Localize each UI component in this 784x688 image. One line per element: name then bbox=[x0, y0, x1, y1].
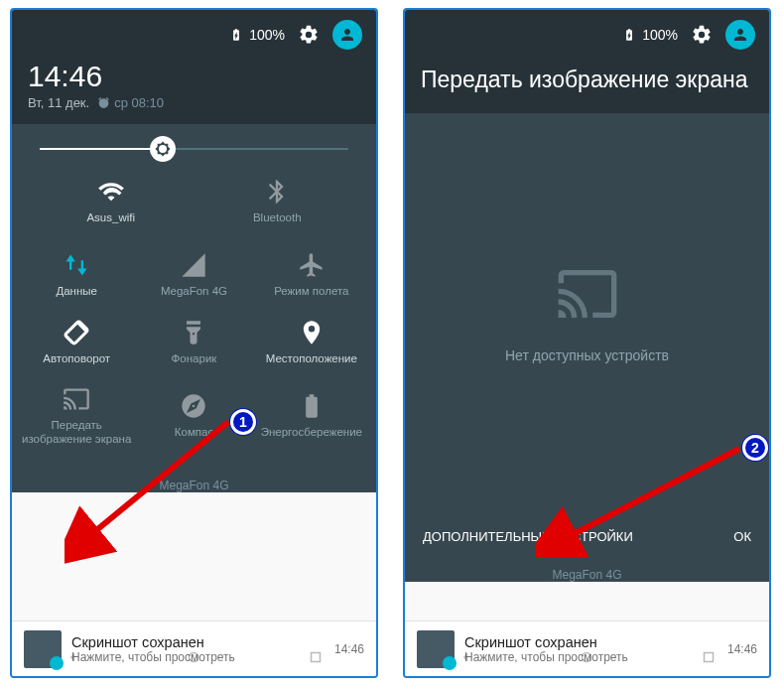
rotate-icon bbox=[63, 319, 90, 346]
tile-label: Компас bbox=[175, 426, 213, 440]
tile-label: Местоположение bbox=[266, 352, 357, 366]
screenshot-2: 100% Передать изображение экрана Нет дос… bbox=[403, 8, 771, 678]
tile-label: Bluetooth bbox=[253, 211, 302, 225]
cast-empty-text: Нет доступных устройств bbox=[505, 347, 669, 363]
tile-airplane[interactable]: Режим полета bbox=[253, 241, 370, 309]
cast-large-icon bbox=[556, 262, 619, 326]
more-settings-button[interactable]: ДОПОЛНИТЕЛЬНЫЕ НАСТРОЙКИ bbox=[423, 529, 633, 544]
brightness-thumb[interactable] bbox=[150, 136, 176, 162]
tile-battery-saver[interactable]: Энергосбережение bbox=[253, 375, 370, 457]
cast-title: Передать изображение экрана bbox=[421, 66, 753, 95]
notif-subtitle: Нажмите, чтобы просмотреть bbox=[71, 650, 325, 664]
status-bar: 100% bbox=[405, 10, 769, 56]
notif-title: Скриншот сохранен bbox=[71, 634, 325, 650]
airplane-icon bbox=[298, 251, 326, 279]
notif-subtitle: Нажмите, чтобы просмотреть bbox=[464, 650, 718, 664]
tile-label: Режим полета bbox=[274, 285, 348, 299]
bluetooth-icon bbox=[263, 178, 291, 206]
notif-time: 14:46 bbox=[727, 642, 757, 656]
flashlight-icon bbox=[180, 319, 207, 346]
tile-rotate[interactable]: Автоповорот bbox=[18, 309, 135, 376]
tile-flashlight[interactable]: Фонарик bbox=[135, 309, 252, 376]
notif-thumbnail bbox=[417, 630, 455, 668]
tile-label: Энергосбережение bbox=[261, 426, 362, 440]
annotation-bubble-2: 2 bbox=[742, 435, 768, 461]
tile-signal[interactable]: MegaFon 4G bbox=[135, 241, 252, 309]
cast-icon bbox=[63, 385, 90, 413]
tile-label: Передать изображение экрана bbox=[20, 419, 133, 447]
tile-label: MegaFon 4G bbox=[161, 285, 227, 299]
brightness-slider[interactable] bbox=[12, 124, 376, 162]
tile-wifi[interactable]: Asus_wifi bbox=[28, 168, 195, 235]
screenshot-1: 100% 14:46 Вт, 11 дек. ср 08:10 bbox=[10, 8, 378, 678]
battery-status: 100% bbox=[229, 27, 285, 43]
battery-percent: 100% bbox=[642, 27, 678, 43]
brightness-icon bbox=[155, 141, 171, 157]
tile-data[interactable]: Данные bbox=[18, 241, 135, 309]
notification-card[interactable]: Скриншот сохранен Нажмите, чтобы просмот… bbox=[12, 620, 376, 676]
notification-card[interactable]: Скриншот сохранен Нажмите, чтобы просмот… bbox=[405, 620, 769, 676]
alarm-icon bbox=[97, 96, 110, 109]
tile-cast[interactable]: Передать изображение экрана bbox=[18, 375, 135, 457]
tile-label: Asus_wifi bbox=[86, 211, 135, 225]
settings-icon[interactable] bbox=[298, 24, 320, 46]
user-avatar[interactable] bbox=[332, 20, 362, 50]
wifi-icon bbox=[97, 178, 125, 206]
battery-saver-icon bbox=[298, 392, 326, 420]
annotation-bubble-1: 1 bbox=[230, 409, 256, 435]
clock-time[interactable]: 14:46 bbox=[28, 60, 360, 93]
notif-title: Скриншот сохранен bbox=[464, 634, 718, 650]
carrier-label: MegaFon 4G bbox=[405, 562, 769, 582]
tile-label: Автоповорот bbox=[43, 352, 110, 366]
user-avatar[interactable] bbox=[725, 20, 755, 50]
location-icon bbox=[298, 319, 326, 346]
status-bar: 100% bbox=[12, 10, 376, 56]
battery-charging-icon bbox=[229, 28, 243, 42]
tile-label: Данные bbox=[56, 285, 97, 299]
data-icon bbox=[63, 251, 90, 279]
tile-location[interactable]: Местоположение bbox=[253, 309, 370, 376]
notif-thumbnail bbox=[24, 630, 62, 668]
cast-header: Передать изображение экрана bbox=[405, 56, 769, 113]
settings-icon[interactable] bbox=[691, 24, 713, 46]
qs-header: 14:46 Вт, 11 дек. ср 08:10 bbox=[12, 56, 376, 124]
notif-time: 14:46 bbox=[334, 642, 364, 656]
carrier-label: MegaFon 4G bbox=[12, 473, 376, 492]
quick-settings-panel: Asus_wifi Bluetooth Данные MegaFon 4G bbox=[12, 124, 376, 492]
battery-status: 100% bbox=[622, 27, 678, 43]
cast-panel: Нет доступных устройств ДОПОЛНИТЕЛЬНЫЕ Н… bbox=[405, 113, 769, 582]
next-alarm[interactable]: ср 08:10 bbox=[97, 95, 164, 110]
battery-percent: 100% bbox=[249, 27, 285, 43]
signal-icon bbox=[180, 251, 207, 279]
ok-button[interactable]: ОК bbox=[733, 529, 751, 544]
battery-charging-icon bbox=[622, 28, 636, 42]
tile-label: Фонарик bbox=[172, 352, 217, 366]
compass-icon bbox=[180, 392, 207, 420]
date-text[interactable]: Вт, 11 дек. bbox=[28, 95, 89, 110]
tile-bluetooth[interactable]: Bluetooth bbox=[195, 168, 361, 235]
